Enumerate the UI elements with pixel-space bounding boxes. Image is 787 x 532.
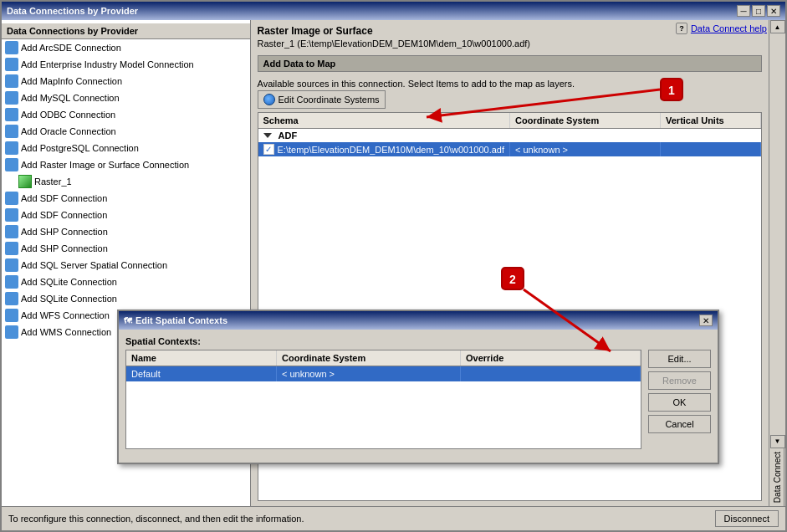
tree-item-oracle[interactable]: Add Oracle Connection <box>2 123 250 140</box>
tree-label: Add SQLite Connection <box>21 294 117 304</box>
edit-button[interactable]: Edit... <box>648 350 711 368</box>
remove-button[interactable]: Remove <box>648 371 711 390</box>
scroll-down-button[interactable]: ▼ <box>770 435 785 448</box>
modal-title-bar: 🗺 Edit Spatial Contexts ✕ <box>119 311 718 330</box>
db-icon <box>5 58 18 71</box>
tree-label: Add ArcSDE Connection <box>21 43 121 53</box>
modal-close-button[interactable]: ✕ <box>699 315 713 326</box>
tree-label: Add ODBC Connection <box>21 110 115 120</box>
db-icon <box>5 158 18 171</box>
row-checkbox[interactable] <box>263 144 274 155</box>
adf-group-row: ADF <box>258 129 761 142</box>
col-schema: Schema <box>258 113 510 128</box>
tree-item-odbc[interactable]: Add ODBC Connection <box>2 106 250 123</box>
tree-label: Add WMS Connection <box>21 327 111 337</box>
file-path: E:\temp\ElevationDEM_DEM10M\dem_10\w0010… <box>278 145 504 155</box>
table-body: ADF E:\temp\ElevationDEM_DEM10M\dem_10\w… <box>258 129 761 156</box>
modal-col-coord: Coordinate System <box>277 350 461 366</box>
tree-item-raster1[interactable]: Raster_1 <box>2 173 250 190</box>
db-icon <box>5 91 18 105</box>
modal-title-left: 🗺 Edit Spatial Contexts <box>124 315 227 325</box>
tree-item-mysql[interactable]: Add MySQL Connection <box>2 90 250 106</box>
raster-path: Raster_1 (E:\temp\ElevationDEM_DEM10M\de… <box>258 38 762 49</box>
data-row-file[interactable]: E:\temp\ElevationDEM_DEM10M\dem_10\w0010… <box>258 142 761 156</box>
tree-item-sdf1[interactable]: Add SDF Connection <box>2 190 250 207</box>
db-icon <box>5 141 18 155</box>
bottom-bar: To reconfigure this connection, disconne… <box>2 506 785 530</box>
tree-item-shp1[interactable]: Add SHP Connection <box>2 223 250 240</box>
modal-title-text: Edit Spatial Contexts <box>135 315 227 325</box>
tree-item-raster-conn[interactable]: Add Raster Image or Surface Connection <box>2 156 250 173</box>
panel-header: Data Connections by Provider <box>2 23 250 39</box>
title-controls: ─ □ ✕ <box>737 5 780 17</box>
modal-table-wrapper: Name Coordinate System Override Default … <box>125 350 641 456</box>
modal-col-name: Name <box>126 350 277 366</box>
file-path-cell: E:\temp\ElevationDEM_DEM10M\dem_10\w0010… <box>258 142 510 156</box>
modal-col-override: Override <box>461 350 641 366</box>
globe-icon <box>263 94 275 105</box>
modal-data-row-default[interactable]: Default < unknown > <box>126 366 641 381</box>
right-sidebar: ▲ ▼ Data Connect <box>769 20 785 506</box>
modal-buttons: Edit... Remove OK Cancel <box>648 350 711 456</box>
db-icon <box>5 309 18 322</box>
db-icon <box>5 41 18 54</box>
vertical-units-cell <box>661 142 761 156</box>
tree-item-mapinfo[interactable]: Add MapInfo Connection <box>2 73 250 90</box>
disconnect-button[interactable]: Disconnect <box>715 510 779 527</box>
title-bar-left: Data Connections by Provider <box>7 6 138 16</box>
section-header: Add Data to Map <box>258 55 762 72</box>
available-text: Available sources in this connection. Se… <box>258 79 762 89</box>
tree-label: Add Oracle Connection <box>21 126 116 136</box>
title-bar: Data Connections by Provider ─ □ ✕ <box>2 2 785 20</box>
edit-spatial-contexts-dialog: 🗺 Edit Spatial Contexts ✕ Spatial Contex… <box>117 309 719 464</box>
col-vertical-units: Vertical Units <box>661 113 761 128</box>
db-icon <box>5 325 18 339</box>
edit-coordinate-systems-button[interactable]: Edit Coordinate Systems <box>258 90 386 109</box>
db-icon <box>5 225 18 238</box>
coord-system-cell: < unknown > <box>510 142 661 156</box>
help-link[interactable]: Data Connect help <box>691 23 767 33</box>
scrollbar[interactable]: ▲ ▼ <box>769 20 786 448</box>
db-icon <box>5 258 18 272</box>
tree-label: Add PostgreSQL Connection <box>21 143 139 153</box>
tree-item-sqlite2[interactable]: Add SQLite Connection <box>2 290 250 307</box>
ok-button[interactable]: OK <box>648 393 711 412</box>
tree-label: Add MySQL Connection <box>21 93 120 103</box>
col-coord-system: Coordinate System <box>510 113 661 128</box>
db-icon <box>5 192 18 205</box>
tree-item-enterprise[interactable]: Add Enterprise Industry Model Connection <box>2 56 250 73</box>
tree-label: Add Enterprise Industry Model Connection <box>21 59 194 69</box>
tree-item-postgresql[interactable]: Add PostgreSQL Connection <box>2 140 250 156</box>
help-area: ? Data Connect help <box>676 23 767 34</box>
cancel-button[interactable]: Cancel <box>648 415 711 433</box>
db-icon <box>5 275 18 289</box>
tree-label: Add WFS Connection <box>21 310 110 320</box>
window-title: Data Connections by Provider <box>7 6 138 16</box>
tree-item-sdf2[interactable]: Add SDF Connection <box>2 207 250 223</box>
db-icon <box>5 108 18 121</box>
tree-item-sqlite1[interactable]: Add SQLite Connection <box>2 274 250 290</box>
tree-label: Add SDF Connection <box>21 193 107 203</box>
scroll-up-button[interactable]: ▲ <box>770 20 785 33</box>
maximize-button[interactable]: □ <box>752 5 765 17</box>
tree-label: Add MapInfo Connection <box>21 76 122 86</box>
db-icon <box>5 292 18 305</box>
tree-label: Raster_1 <box>34 176 72 187</box>
tree-item-shp2[interactable]: Add SHP Connection <box>2 240 250 257</box>
modal-coord-cell: < unknown > <box>277 366 461 381</box>
tree-label: Add SQLite Connection <box>21 277 117 287</box>
modal-name-cell: Default <box>126 366 277 381</box>
spatial-contexts-label: Spatial Contexts: <box>125 336 711 346</box>
db-icon <box>5 125 18 138</box>
table-header: Schema Coordinate System Vertical Units <box>258 113 761 129</box>
raster-icon <box>18 175 32 188</box>
adf-label: ADF <box>279 130 298 141</box>
modal-empty-area <box>126 381 641 448</box>
reconfig-text: To reconfigure this connection, disconne… <box>8 514 304 524</box>
close-button[interactable]: ✕ <box>767 5 780 17</box>
tree-label: Add SQL Server Spatial Connection <box>21 260 167 270</box>
db-icon <box>5 242 18 255</box>
tree-item-sqlserver[interactable]: Add SQL Server Spatial Connection <box>2 257 250 274</box>
minimize-button[interactable]: ─ <box>737 5 750 17</box>
tree-item-arcsde[interactable]: Add ArcSDE Connection <box>2 39 250 56</box>
